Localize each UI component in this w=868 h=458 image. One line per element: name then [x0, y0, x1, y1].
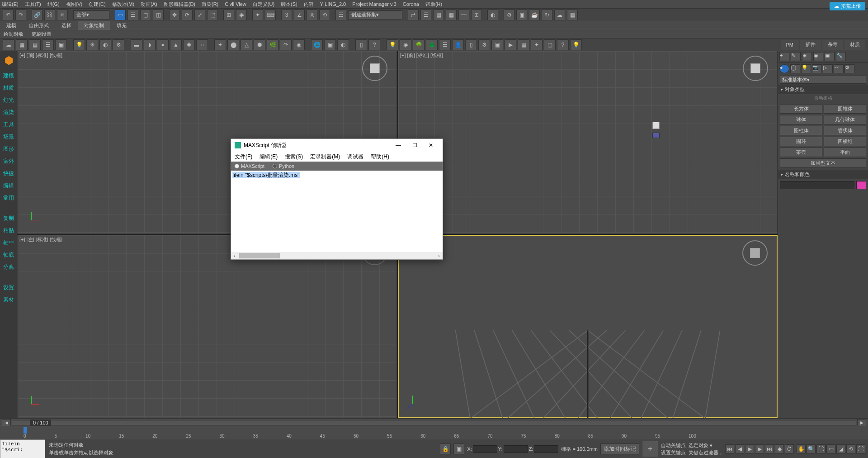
sun-icon[interactable]: ☀ [86, 39, 98, 50]
upload-badge[interactable]: ☁ 拓荒上传 [830, 2, 865, 10]
object-color-swatch[interactable] [856, 181, 866, 189]
ribbon-sub-brush[interactable]: 笔刷设置 [32, 31, 52, 38]
window-crossing-icon[interactable]: ◫ [153, 10, 164, 20]
dialog-menu-help[interactable]: 帮助(H) [371, 153, 389, 161]
arrow-icon[interactable]: ▶ [505, 39, 516, 50]
sidebar-item-outdoor[interactable]: 室外 [0, 155, 17, 167]
maximize-viewport-icon[interactable]: ⛶ [856, 444, 865, 453]
menu-item[interactable]: Civil View [225, 1, 246, 7]
menu-item[interactable]: 帮助(H) [425, 1, 442, 8]
close-icon[interactable]: ✕ [423, 140, 439, 150]
sphere-icon[interactable]: ● [157, 39, 169, 50]
menu-item[interactable]: Project Manager v.3 [352, 1, 396, 7]
material-editor-icon[interactable]: ◐ [487, 10, 498, 20]
render-setup-icon[interactable]: ⚙ [504, 10, 514, 20]
scroll-right-icon[interactable]: › [435, 253, 443, 259]
mini-listener[interactable]: filein "$scri; [0, 439, 45, 458]
time-config-icon[interactable]: ⏱ [785, 444, 794, 453]
goto-start-icon[interactable]: ⏮ [725, 444, 734, 453]
mirror-icon[interactable]: ⇄ [408, 10, 419, 20]
sidebar-item-shape[interactable]: 图形 [0, 143, 17, 155]
screen-icon[interactable]: ▣ [491, 39, 503, 50]
proxy-icon[interactable]: ▣ [324, 39, 336, 50]
render-online-icon[interactable]: ☁ [554, 10, 565, 20]
sidebar-item-shortcut[interactable]: 快捷 [0, 167, 17, 180]
disc-icon[interactable]: ◗ [144, 39, 156, 50]
render-frame-icon[interactable]: ▣ [516, 10, 527, 20]
menu-item[interactable]: 脚本(S) [281, 1, 297, 8]
tool-b-icon[interactable]: 🌿 [267, 39, 278, 50]
manipulate-icon[interactable]: ✦ [252, 10, 263, 20]
primitive-tube-button[interactable]: 管状体 [824, 126, 866, 135]
sidebar-item-render[interactable]: 渲染 [0, 106, 17, 119]
extra3-icon[interactable]: ? [557, 39, 569, 50]
rollout-name-color[interactable]: 名称和颜色 [778, 170, 868, 179]
extra1-icon[interactable]: ✦ [531, 39, 542, 50]
keyfilter-button[interactable]: 关键点过滤器... [689, 449, 722, 456]
scroll-left-icon[interactable]: ‹ [231, 253, 238, 259]
radio-maxscript[interactable]: MAXScript [235, 163, 264, 169]
radio-python[interactable]: Python [273, 163, 294, 169]
systems-icon[interactable]: ⚙ [844, 64, 854, 73]
convert-icon[interactable]: ▯ [355, 39, 367, 50]
coord-x-input[interactable] [473, 445, 497, 453]
viewport-left[interactable]: [+] [左] [标准] [线框] [17, 235, 397, 418]
primitive-torus-button[interactable]: 圆环 [780, 137, 822, 146]
sidebar-item-light[interactable]: 灯光 [0, 94, 17, 106]
light-icon[interactable]: 💡 [73, 39, 85, 50]
tool-a-icon[interactable]: ⬢ [254, 39, 265, 50]
dialog-menu-edit[interactable]: 编辑(E) [259, 153, 278, 161]
rotate-icon[interactable]: ⟳ [182, 10, 193, 20]
shadow-icon[interactable]: ◐ [99, 39, 111, 50]
sunlight-icon[interactable]: ✺ [183, 39, 195, 50]
menu-item[interactable]: 创建(C) [89, 1, 105, 8]
sidebar-item-material[interactable]: 材质 [0, 82, 17, 94]
display-tab-icon[interactable]: ▣ [825, 52, 835, 61]
zoom-icon[interactable]: 🔍 [807, 444, 816, 453]
sidebar-item-assets[interactable]: 素材 [0, 294, 17, 306]
viewcube-icon[interactable] [742, 240, 768, 266]
primitive-textplus-button[interactable]: 加强型文本 [780, 158, 866, 168]
spacewarps-icon[interactable]: 〰 [834, 64, 844, 73]
autogrid-checkbox[interactable]: 自动栅格 [778, 94, 868, 102]
lamp-icon[interactable]: 💡 [387, 39, 398, 50]
render-icon[interactable]: ☕ [529, 10, 540, 20]
explorer-icon[interactable]: ▤ [29, 39, 41, 50]
utilities-tab-icon[interactable]: 🔧 [836, 52, 846, 61]
edit-named-icon[interactable]: ☷ [335, 10, 346, 20]
motion-tab-icon[interactable]: ◉ [813, 52, 823, 61]
set-key-big-icon[interactable]: + [642, 441, 658, 457]
viewport-perspective[interactable]: [默认明暗处理] [398, 235, 778, 418]
menu-item[interactable]: 编辑(E) [2, 1, 19, 8]
geometry-icon[interactable]: ● [779, 64, 789, 73]
move-icon[interactable]: ✥ [169, 10, 180, 20]
redo-icon[interactable]: ↷ [15, 10, 26, 20]
viewport-label[interactable]: [+] [前] [标准] [线框] [400, 52, 443, 59]
cameras-icon[interactable]: 📷 [812, 64, 822, 73]
door-icon[interactable]: ▯ [465, 39, 477, 50]
listener-output[interactable]: filein "$scripts\批量渲染.ms" [231, 171, 443, 252]
selection-filter-dropdown[interactable]: 全部 ▾ [73, 10, 109, 19]
menu-item[interactable]: 工具(T) [25, 1, 41, 8]
bind-icon[interactable]: ≋ [57, 10, 68, 20]
time-ruler[interactable]: 0510152025303540455055606570758085909510… [0, 427, 868, 439]
primitive-geosphere-button[interactable]: 几何球体 [824, 115, 866, 124]
maximize-icon[interactable]: ☐ [406, 140, 423, 150]
primitive-cylinder-button[interactable]: 圆柱体 [780, 126, 822, 135]
trees-icon[interactable]: 🌳 [413, 39, 425, 50]
object-name-input[interactable] [780, 181, 854, 189]
menu-item[interactable]: 内容 [304, 1, 314, 8]
layer-manager-icon[interactable]: ☰ [42, 39, 54, 50]
hierarchy-tab-icon[interactable]: ⊞ [802, 52, 812, 61]
coord-y-input[interactable] [504, 445, 528, 453]
dialog-menu-debug[interactable]: 调试器 [347, 153, 363, 161]
keyboard-icon[interactable]: ⌨ [265, 10, 276, 20]
select-name-icon[interactable]: ☰ [127, 10, 138, 20]
dialog-scrollbar[interactable]: ‹ › [231, 252, 443, 259]
modify-tab-icon[interactable]: ✎ [791, 52, 801, 61]
material-button[interactable]: 材质 [844, 40, 865, 50]
undo-icon[interactable]: ↶ [3, 10, 14, 20]
scroll-thumb[interactable] [239, 253, 280, 258]
next-frame-icon[interactable]: ▶ [755, 444, 764, 453]
film-icon[interactable]: ▦ [518, 39, 529, 50]
